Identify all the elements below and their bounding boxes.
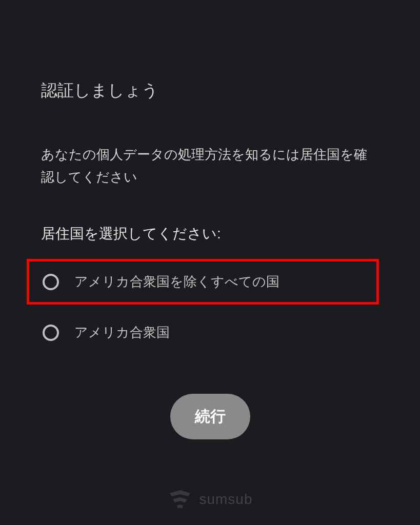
- radio-label: アメリカ合衆国を除くすべての国: [74, 273, 279, 291]
- radio-icon: [43, 274, 59, 290]
- page-description: あなたの個人データの処理方法を知るには居住国を確認してください: [41, 143, 379, 188]
- sumsub-logo-icon: [167, 489, 192, 510]
- country-radio-group: アメリカ合衆国を除くすべての国 アメリカ合衆国: [27, 259, 379, 355]
- page-title: 認証しましょう: [41, 79, 379, 102]
- radio-label: アメリカ合衆国: [74, 324, 170, 341]
- radio-icon: [43, 325, 59, 341]
- radio-option-us[interactable]: アメリカ合衆国: [27, 310, 379, 355]
- footer-brand: sumsub: [167, 489, 252, 510]
- brand-name: sumsub: [199, 491, 252, 508]
- radio-option-all-except-us[interactable]: アメリカ合衆国を除くすべての国: [27, 259, 379, 305]
- select-country-label: 居住国を選択してください:: [41, 224, 379, 244]
- continue-button[interactable]: 続行: [170, 394, 250, 439]
